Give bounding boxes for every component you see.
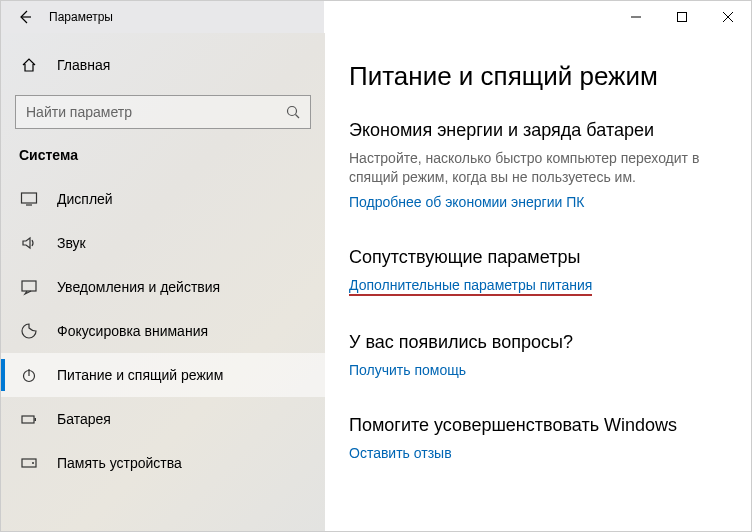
search-container (15, 95, 311, 129)
section-questions: У вас появились вопросы? Получить помощь (349, 332, 735, 379)
sidebar-home-label: Главная (57, 57, 110, 73)
maximize-button[interactable] (659, 1, 705, 33)
arrow-left-icon (17, 9, 33, 25)
minimize-button[interactable] (613, 1, 659, 33)
back-button[interactable] (9, 1, 41, 33)
section-heading: У вас появились вопросы? (349, 332, 735, 353)
sidebar-item-label: Питание и спящий режим (57, 367, 223, 383)
section-energy: Экономия энергии и заряда батареи Настро… (349, 120, 735, 211)
close-icon (723, 12, 733, 22)
sidebar-group-title: Система (1, 147, 325, 177)
storage-icon (19, 454, 39, 472)
display-icon (19, 190, 39, 208)
notifications-icon (19, 278, 39, 296)
search-input[interactable] (26, 104, 284, 120)
sidebar-item-power[interactable]: Питание и спящий режим (1, 353, 325, 397)
svg-rect-0 (678, 13, 687, 22)
section-heading: Экономия энергии и заряда батареи (349, 120, 735, 141)
sidebar-item-storage[interactable]: Память устройства (1, 441, 325, 485)
sidebar-item-notifications[interactable]: Уведомления и действия (1, 265, 325, 309)
section-heading: Сопутствующие параметры (349, 247, 735, 268)
sidebar-item-label: Память устройства (57, 455, 182, 471)
settings-window: Параметры Главная (0, 0, 752, 532)
content-pane: Питание и спящий режим Экономия энергии … (325, 33, 751, 531)
sidebar-item-label: Батарея (57, 411, 111, 427)
window-body: Главная Система Дисплей Звук (1, 33, 751, 531)
svg-rect-6 (35, 418, 37, 421)
focus-icon (19, 322, 39, 340)
section-description: Настройте, насколько быстро компьютер пе… (349, 149, 735, 187)
minimize-icon (631, 12, 641, 22)
sidebar-item-label: Уведомления и действия (57, 279, 220, 295)
link-learn-more-energy[interactable]: Подробнее об экономии энергии ПК (349, 194, 584, 210)
search-icon (284, 103, 302, 121)
section-feedback: Помогите усовершенствовать Windows Остав… (349, 415, 735, 462)
window-controls (613, 1, 751, 33)
sidebar-item-label: Звук (57, 235, 86, 251)
link-additional-power-options[interactable]: Дополнительные параметры питания (349, 277, 592, 296)
titlebar: Параметры (1, 1, 751, 33)
svg-rect-3 (22, 281, 36, 291)
sidebar-item-battery[interactable]: Батарея (1, 397, 325, 441)
sidebar-item-label: Фокусировка внимания (57, 323, 208, 339)
close-button[interactable] (705, 1, 751, 33)
link-get-help[interactable]: Получить помощь (349, 362, 466, 378)
window-title: Параметры (49, 10, 113, 24)
svg-rect-2 (22, 193, 37, 203)
maximize-icon (677, 12, 687, 22)
sidebar-item-display[interactable]: Дисплей (1, 177, 325, 221)
power-icon (19, 366, 39, 384)
search-box[interactable] (15, 95, 311, 129)
battery-icon (19, 410, 39, 428)
sidebar: Главная Система Дисплей Звук (1, 33, 325, 531)
page-title: Питание и спящий режим (349, 61, 735, 92)
sidebar-item-label: Дисплей (57, 191, 113, 207)
home-icon (19, 57, 39, 73)
svg-rect-5 (22, 416, 34, 423)
link-give-feedback[interactable]: Оставить отзыв (349, 445, 452, 461)
section-heading: Помогите усовершенствовать Windows (349, 415, 735, 436)
sidebar-item-focus[interactable]: Фокусировка внимания (1, 309, 325, 353)
section-related: Сопутствующие параметры Дополнительные п… (349, 247, 735, 296)
svg-point-1 (288, 107, 297, 116)
sidebar-item-sound[interactable]: Звук (1, 221, 325, 265)
sound-icon (19, 234, 39, 252)
sidebar-home[interactable]: Главная (1, 45, 325, 85)
svg-point-8 (32, 462, 34, 464)
